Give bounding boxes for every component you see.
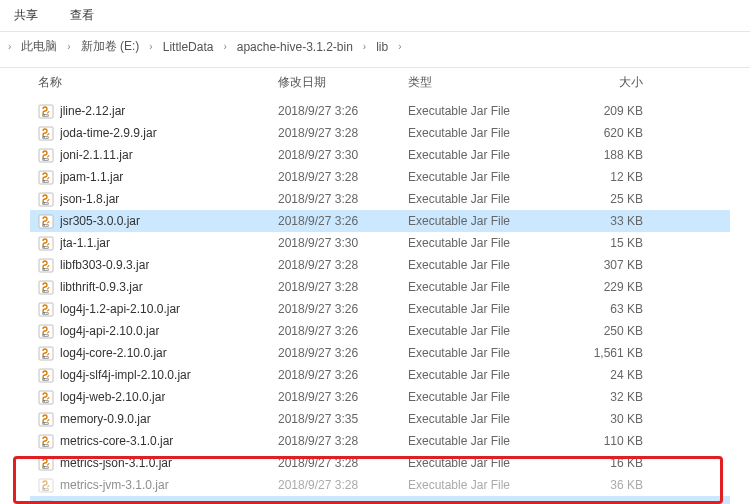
file-name: log4j-core-2.10.0.jar — [60, 346, 167, 360]
file-type: Executable Jar File — [408, 500, 558, 504]
file-row[interactable]: joni-2.1.11.jar2018/9/27 3:30Executable … — [30, 144, 730, 166]
file-name: log4j-1.2-api-2.10.0.jar — [60, 302, 180, 316]
file-row[interactable]: log4j-core-2.10.0.jar2018/9/27 3:26Execu… — [30, 342, 730, 364]
file-name: json-1.8.jar — [60, 192, 119, 206]
jar-file-icon — [38, 301, 54, 317]
file-size: 250 KB — [558, 324, 653, 338]
file-name-cell[interactable]: jta-1.1.jar — [30, 235, 278, 251]
file-size: 25 KB — [558, 192, 653, 206]
file-name-cell[interactable]: libthrift-0.9.3.jar — [30, 279, 278, 295]
file-name: metrics-json-3.1.0.jar — [60, 456, 172, 470]
file-date: 2018/9/27 3:28 — [278, 478, 408, 492]
file-name: libfb303-0.9.3.jar — [60, 258, 149, 272]
breadcrumb-item[interactable]: LittleData — [159, 38, 218, 56]
jar-file-icon — [38, 345, 54, 361]
file-name: metrics-core-3.1.0.jar — [60, 434, 173, 448]
file-row[interactable]: log4j-slf4j-impl-2.10.0.jar2018/9/27 3:2… — [30, 364, 730, 386]
file-size: 12 KB — [558, 170, 653, 184]
file-list: 名称 修改日期 类型 大小 jline-2.12.jar2018/9/27 3:… — [0, 68, 750, 504]
file-name: jta-1.1.jar — [60, 236, 110, 250]
jar-file-icon — [38, 433, 54, 449]
header-type[interactable]: 类型 — [408, 74, 558, 91]
file-name-cell[interactable]: jline-2.12.jar — [30, 103, 278, 119]
file-name-cell[interactable]: metrics-jvm-3.1.0.jar — [30, 477, 278, 493]
file-name-cell[interactable]: log4j-web-2.10.0.jar — [30, 389, 278, 405]
file-name-cell[interactable]: log4j-1.2-api-2.10.0.jar — [30, 301, 278, 317]
file-date: 2018/9/27 3:26 — [278, 324, 408, 338]
file-row[interactable]: metrics-json-3.1.0.jar2018/9/27 3:28Exec… — [30, 452, 730, 474]
file-name-cell[interactable]: mysql-connector-java-8.0.20.jar — [30, 499, 278, 504]
file-name-cell[interactable]: jsr305-3.0.0.jar — [30, 213, 278, 229]
file-name: metrics-jvm-3.1.0.jar — [60, 478, 169, 492]
file-size: 63 KB — [558, 302, 653, 316]
file-type: Executable Jar File — [408, 456, 558, 470]
file-name-cell[interactable]: libfb303-0.9.3.jar — [30, 257, 278, 273]
file-date: 2018/9/27 3:26 — [278, 104, 408, 118]
file-size: 33 KB — [558, 214, 653, 228]
file-row[interactable]: metrics-core-3.1.0.jar2018/9/27 3:28Exec… — [30, 430, 730, 452]
file-row[interactable]: jsr305-3.0.0.jar2018/9/27 3:26Executable… — [30, 210, 730, 232]
file-type: Executable Jar File — [408, 324, 558, 338]
file-name-cell[interactable]: log4j-core-2.10.0.jar — [30, 345, 278, 361]
jar-file-icon — [38, 125, 54, 141]
file-name-cell[interactable]: log4j-api-2.10.0.jar — [30, 323, 278, 339]
jar-file-icon — [38, 367, 54, 383]
file-name-cell[interactable]: metrics-core-3.1.0.jar — [30, 433, 278, 449]
jar-file-icon — [38, 213, 54, 229]
file-row[interactable]: metrics-jvm-3.1.0.jar2018/9/27 3:28Execu… — [30, 474, 730, 496]
file-name-cell[interactable]: metrics-json-3.1.0.jar — [30, 455, 278, 471]
file-row[interactable]: mysql-connector-java-8.0.20.jar2020/6/5 … — [30, 496, 730, 504]
file-date: 2018/9/27 3:26 — [278, 214, 408, 228]
file-type: Executable Jar File — [408, 390, 558, 404]
jar-file-icon — [38, 235, 54, 251]
file-date: 2018/9/27 3:26 — [278, 346, 408, 360]
file-size: 620 KB — [558, 126, 653, 140]
file-type: Executable Jar File — [408, 148, 558, 162]
file-name: memory-0.9.0.jar — [60, 412, 151, 426]
jar-file-icon — [38, 455, 54, 471]
file-name-cell[interactable]: joni-2.1.11.jar — [30, 147, 278, 163]
file-name-cell[interactable]: memory-0.9.0.jar — [30, 411, 278, 427]
breadcrumb-item[interactable]: lib — [372, 38, 392, 56]
file-row[interactable]: log4j-web-2.10.0.jar2018/9/27 3:26Execut… — [30, 386, 730, 408]
file-size: 1,561 KB — [558, 346, 653, 360]
file-date: 2018/9/27 3:35 — [278, 412, 408, 426]
file-row[interactable]: log4j-api-2.10.0.jar2018/9/27 3:26Execut… — [30, 320, 730, 342]
menu-item[interactable]: 共享 — [8, 4, 44, 27]
menu-item[interactable]: 查看 — [64, 4, 100, 27]
file-name: jline-2.12.jar — [60, 104, 125, 118]
file-name: joda-time-2.9.9.jar — [60, 126, 157, 140]
chevron-right-icon: › — [67, 41, 70, 52]
file-row[interactable]: memory-0.9.0.jar2018/9/27 3:35Executable… — [30, 408, 730, 430]
breadcrumb-item[interactable]: apache-hive-3.1.2-bin — [233, 38, 357, 56]
file-row[interactable]: jpam-1.1.jar2018/9/27 3:28Executable Jar… — [30, 166, 730, 188]
file-name-cell[interactable]: joda-time-2.9.9.jar — [30, 125, 278, 141]
file-type: Executable Jar File — [408, 412, 558, 426]
column-headers: 名称 修改日期 类型 大小 — [30, 68, 730, 100]
file-row[interactable]: log4j-1.2-api-2.10.0.jar2018/9/27 3:26Ex… — [30, 298, 730, 320]
header-date[interactable]: 修改日期 — [278, 74, 408, 91]
file-row[interactable]: json-1.8.jar2018/9/27 3:28Executable Jar… — [30, 188, 730, 210]
file-name-cell[interactable]: json-1.8.jar — [30, 191, 278, 207]
file-name: jsr305-3.0.0.jar — [60, 214, 140, 228]
header-size[interactable]: 大小 — [558, 74, 653, 91]
file-date: 2020/6/5 23:46 — [278, 500, 408, 504]
file-date: 2018/9/27 3:28 — [278, 456, 408, 470]
file-row[interactable]: joda-time-2.9.9.jar2018/9/27 3:28Executa… — [30, 122, 730, 144]
file-row[interactable]: jline-2.12.jar2018/9/27 3:26Executable J… — [30, 100, 730, 122]
breadcrumb-item[interactable]: 此电脑 — [17, 36, 61, 57]
file-date: 2018/9/27 3:26 — [278, 302, 408, 316]
jar-file-icon — [38, 147, 54, 163]
header-name[interactable]: 名称 — [30, 74, 278, 91]
file-row[interactable]: libthrift-0.9.3.jar2018/9/27 3:28Executa… — [30, 276, 730, 298]
breadcrumb-item[interactable]: 新加卷 (E:) — [77, 36, 144, 57]
file-type: Executable Jar File — [408, 258, 558, 272]
file-size: 307 KB — [558, 258, 653, 272]
file-row[interactable]: libfb303-0.9.3.jar2018/9/27 3:28Executab… — [30, 254, 730, 276]
file-name-cell[interactable]: jpam-1.1.jar — [30, 169, 278, 185]
file-row[interactable]: jta-1.1.jar2018/9/27 3:30Executable Jar … — [30, 232, 730, 254]
jar-file-icon — [38, 103, 54, 119]
file-name: log4j-api-2.10.0.jar — [60, 324, 159, 338]
file-type: Executable Jar File — [408, 192, 558, 206]
file-name-cell[interactable]: log4j-slf4j-impl-2.10.0.jar — [30, 367, 278, 383]
